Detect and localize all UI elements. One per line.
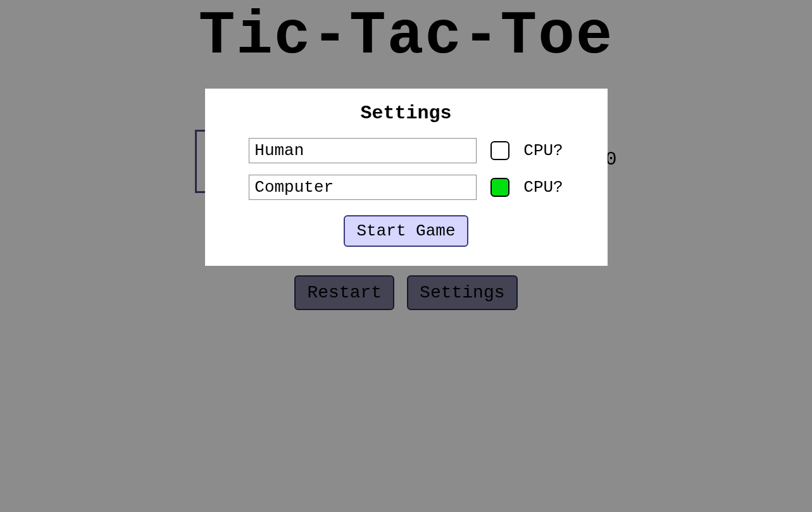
- player2-cpu-label: CPU?: [523, 178, 563, 197]
- player1-row: CPU?: [224, 138, 589, 163]
- settings-heading: Settings: [224, 103, 589, 124]
- settings-modal: Settings CPU? CPU? Start Game: [205, 89, 608, 266]
- modal-overlay[interactable]: Settings CPU? CPU? Start Game: [0, 0, 812, 512]
- start-game-button[interactable]: Start Game: [344, 215, 468, 247]
- player2-row: CPU?: [224, 175, 589, 200]
- player1-cpu-label: CPU?: [523, 141, 563, 160]
- player1-name-input[interactable]: [249, 138, 477, 163]
- player1-cpu-checkbox[interactable]: [490, 141, 509, 160]
- player2-cpu-checkbox[interactable]: [490, 178, 509, 197]
- player2-name-input[interactable]: [249, 175, 477, 200]
